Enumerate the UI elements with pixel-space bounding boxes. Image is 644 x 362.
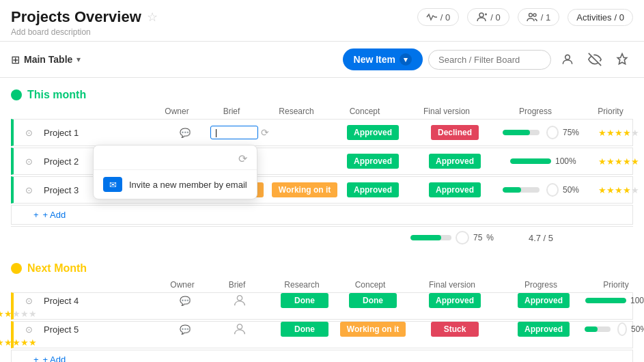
stars: ★★ [0,309,12,319]
popup-search-input[interactable] [103,154,233,164]
section-dot-green [11,89,22,100]
eye-slash-button[interactable] [584,48,606,70]
row-expand-icon[interactable]: ⊙ [19,156,38,167]
progress-bar-fill [503,130,530,135]
toolbar-left[interactable]: ⊞ Main Table ▾ [11,53,81,66]
project4-concept[interactable]: Approved [407,293,503,308]
invite-icon [476,12,487,23]
table-row: ⊙ Project 5 💬 Done Working on it Stuck A… [11,321,633,348]
pulse-icon [426,12,437,23]
project1-chat[interactable]: 💬 [161,128,209,138]
invite-value: / 0 [490,12,500,23]
new-item-button[interactable]: New Item ▾ [343,48,423,70]
final-badge[interactable]: Approved [429,154,481,169]
progress-bar-wrap [503,130,540,135]
board-description[interactable]: Add board description [11,27,158,37]
project4-chat[interactable]: 💬 [161,296,209,306]
research-badge[interactable]: Working on it [340,322,406,337]
avatar-icon [232,322,247,337]
progress-pct: 50% [631,324,644,334]
project4-owner[interactable] [209,293,270,308]
progress-bar-wrap [510,158,551,164]
project5-concept[interactable]: Stuck [407,322,503,337]
final-badge[interactable]: Approved [518,293,570,308]
project1-brief[interactable]: ⟳ [209,126,270,139]
project1-brief-input[interactable] [210,126,258,139]
svg-point-4 [533,14,536,16]
project2-progress: 100% [503,156,585,166]
project2-priority: ★★★★★ [585,156,644,167]
col-final-2: Final version [404,280,500,290]
project1-concept[interactable]: Approved [339,125,407,140]
invite-by-email-action[interactable]: ✉ Invite a new member by email [94,170,257,199]
add-label: + Add [43,354,66,362]
person-value: / 1 [541,12,550,23]
project4-final[interactable]: Approved [503,293,585,308]
user-avatar-button[interactable] [557,48,578,70]
search-input[interactable] [428,50,551,70]
star-icon[interactable]: ☆ [147,10,158,25]
project4-priority: ★★★★★ [14,309,19,319]
col-brief-2: Brief [206,280,268,290]
project5-brief[interactable]: Done [270,322,339,337]
project2-final[interactable]: Approved [407,154,503,169]
project3-concept[interactable]: Approved [339,182,407,197]
svg-point-3 [529,14,532,17]
header-left: Projects Overview ☆ Add board descriptio… [11,8,158,37]
email-icon: ✉ [103,177,122,192]
row-expand-icon[interactable]: ⊙ [19,185,38,195]
project3-final[interactable]: Approved [407,182,503,197]
concept-badge[interactable]: Approved [429,293,481,308]
project4-name: Project 4 [38,296,161,306]
table-label[interactable]: Main Table [24,54,72,65]
research-badge[interactable]: Working on it [272,182,337,197]
project5-owner[interactable] [209,322,270,337]
row-expand-icon[interactable]: ⊙ [19,128,38,138]
project5-chat[interactable]: 💬 [161,324,209,335]
spinner-icon: ⟳ [261,127,269,138]
project3-priority: ★★★★★ [585,185,644,195]
pin-button[interactable] [611,48,633,70]
row-expand-icon[interactable]: ⊙ [19,324,38,335]
add-row-section2[interactable]: + + Add [11,350,633,362]
summary-pct-1: 75 [473,233,482,242]
brief-badge[interactable]: Done [281,293,328,308]
table-row: ⊙ Project 4 💬 Done Done Approved Approve… [11,292,633,320]
new-item-dropdown-icon[interactable]: ▾ [400,53,412,66]
project5-progress: 50% [585,322,644,336]
add-row-section1[interactable]: + + Add [11,205,633,225]
research-badge[interactable]: Done [349,293,397,308]
col-headers-section1: Owner Brief Research Concept Final versi… [11,107,633,116]
project1-final[interactable]: Declined [407,125,503,140]
project5-research[interactable]: Working on it [339,322,407,337]
add-label: + Add [43,210,66,220]
concept-badge[interactable]: Stuck [431,322,479,337]
project2-concept[interactable]: Approved [339,154,407,169]
project1-progress: 75% [503,126,585,139]
concept-badge[interactable]: Approved [347,125,399,140]
project3-progress: 50% [503,183,585,197]
invite-popup: ⟳ ✉ Invite a new member by email [93,145,257,199]
brief-badge[interactable]: Done [281,322,328,337]
project4-research[interactable]: Done [339,293,407,308]
final-badge[interactable]: Approved [518,322,570,337]
title-row: Projects Overview ☆ [11,8,158,26]
activities-stat: Activities / 0 [568,9,633,26]
project4-brief[interactable]: Done [270,293,339,308]
table-row: ⊙ Project 1 💬 ⟳ Approved Declined [11,119,633,146]
project5-name: Project 5 [38,324,161,335]
project5-final[interactable]: Approved [503,322,585,337]
header-stats: / 0 / 0 / 1 Activities / 0 [417,8,633,26]
page-header: Projects Overview ☆ Add board descriptio… [0,0,644,42]
final-badge[interactable]: Approved [429,182,481,197]
col-owner-2: Owner [158,280,206,290]
project3-research[interactable]: Working on it [270,182,339,197]
progress-pct: 100% [630,296,644,305]
chevron-down-icon[interactable]: ▾ [76,55,81,64]
new-item-label: New Item [354,54,395,65]
row-expand-icon[interactable]: ⊙ [19,296,38,306]
concept-badge[interactable]: Approved [347,154,399,169]
final-badge[interactable]: Declined [431,125,479,140]
concept-badge[interactable]: Approved [347,182,399,197]
stars: ★★★★★ [0,337,37,348]
